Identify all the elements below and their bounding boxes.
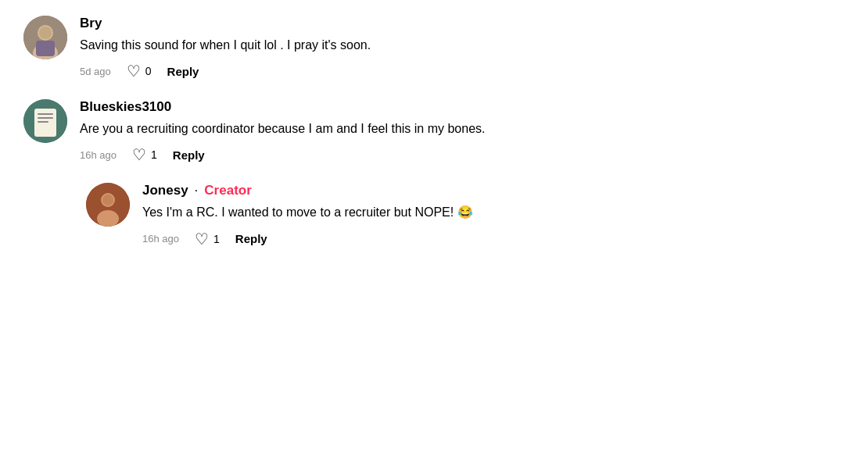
svg-rect-4 (36, 41, 55, 56)
reply-button-bry[interactable]: Reply (167, 65, 199, 78)
comment-header-jonesy: Jonesy · Creator (142, 183, 845, 198)
username-jonesy: Jonesy (142, 183, 188, 198)
comment-text-blueskies: Are you a recruiting coordinator because… (80, 120, 784, 138)
comment-text-bry: Saving this sound for when I quit lol . … (80, 36, 784, 54)
svg-rect-8 (38, 117, 53, 119)
svg-rect-7 (38, 113, 53, 115)
like-count-bry: 0 (145, 65, 152, 77)
timestamp-bry: 5d ago (80, 66, 111, 77)
comment-actions-bry: 5d ago ♡ 0 Reply (80, 62, 845, 80)
comment-bry: Bry Saving this sound for when I quit lo… (23, 16, 845, 80)
creator-badge-jonesy: Creator (204, 183, 251, 198)
like-area-bry: ♡ 0 (127, 62, 152, 80)
avatar-jonesy (86, 183, 130, 227)
avatar-blueskies (23, 99, 67, 143)
svg-point-12 (97, 210, 119, 227)
heart-icon-blueskies[interactable]: ♡ (132, 145, 146, 164)
comment-content-blueskies: Blueskies3100 Are you a recruiting coord… (80, 99, 845, 164)
comment-text-jonesy: Yes I'm a RC. I wanted to move to a recr… (142, 203, 845, 221)
svg-rect-9 (38, 121, 48, 123)
comment-thread: Bry Saving this sound for when I quit lo… (23, 16, 845, 248)
comment-blueskies: Blueskies3100 Are you a recruiting coord… (23, 99, 845, 164)
heart-icon-jonesy[interactable]: ♡ (195, 230, 209, 248)
username-blueskies: Blueskies3100 (80, 99, 171, 115)
comment-header-bry: Bry (80, 16, 845, 31)
comment-header-blueskies: Blueskies3100 (80, 99, 845, 115)
timestamp-jonesy: 16h ago (142, 233, 179, 245)
comment-jonesy: Jonesy · Creator Yes I'm a RC. I wanted … (23, 183, 845, 248)
avatar-bry (23, 16, 67, 59)
like-count-jonesy: 1 (213, 233, 220, 245)
comment-content-jonesy: Jonesy · Creator Yes I'm a RC. I wanted … (142, 183, 845, 248)
reply-button-blueskies[interactable]: Reply (173, 148, 205, 162)
comment-actions-jonesy: 16h ago ♡ 1 Reply (142, 230, 845, 248)
reply-button-jonesy[interactable]: Reply (235, 232, 267, 245)
timestamp-blueskies: 16h ago (80, 149, 117, 161)
svg-point-13 (102, 195, 113, 205)
like-area-jonesy: ♡ 1 (195, 230, 220, 248)
svg-point-3 (39, 27, 52, 39)
like-count-blueskies: 1 (151, 148, 157, 161)
username-bry: Bry (80, 16, 102, 31)
heart-icon-bry[interactable]: ♡ (127, 62, 141, 80)
comment-actions-blueskies: 16h ago ♡ 1 Reply (80, 145, 845, 164)
like-area-blueskies: ♡ 1 (132, 145, 157, 164)
dot-separator-jonesy: · (195, 183, 199, 198)
comment-content-bry: Bry Saving this sound for when I quit lo… (80, 16, 845, 80)
